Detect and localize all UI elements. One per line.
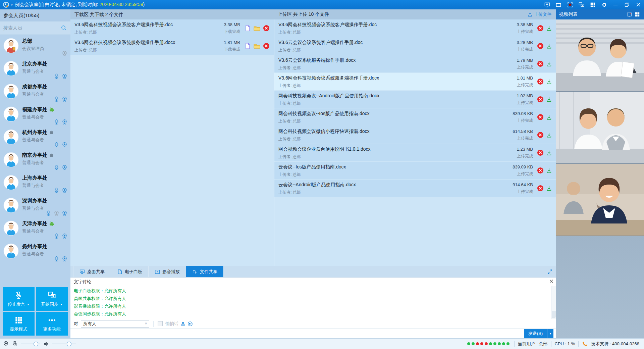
search-input[interactable]: 搜索人员 — [3, 25, 61, 31]
tab-media-play[interactable]: 影音播放 — [149, 266, 186, 277]
download-icon[interactable] — [546, 43, 552, 49]
mic-icon[interactable] — [53, 187, 60, 194]
mic-icon[interactable] — [53, 256, 60, 262]
recipient-select[interactable]: 所有人˅ — [81, 320, 149, 328]
tab-desktop-share[interactable]: 桌面共享 — [73, 266, 111, 277]
send-dropdown-arrow[interactable]: ▼ — [547, 329, 553, 338]
mic-icon[interactable] — [45, 210, 52, 216]
mic-icon[interactable] — [53, 164, 60, 171]
camera-icon[interactable] — [61, 164, 68, 171]
delete-icon[interactable] — [537, 60, 544, 67]
download-icon[interactable] — [546, 25, 552, 31]
open-folder-icon[interactable] — [253, 43, 261, 49]
camera-icon[interactable] — [61, 256, 68, 262]
chat-scrollbar[interactable] — [551, 286, 556, 319]
camera-grey-icon[interactable] — [61, 50, 68, 57]
tab-whiteboard[interactable]: 电子白板 — [111, 266, 149, 277]
participant-row[interactable]: 福建办事处 普通与会者 — [0, 103, 70, 126]
chat-close-icon[interactable] — [549, 279, 553, 283]
open-file-icon[interactable] — [244, 25, 251, 32]
mic-icon[interactable] — [53, 142, 60, 148]
expand-icon[interactable] — [547, 266, 556, 277]
upload-file-row[interactable]: V3.6网会科技视频会议系统服务端操作手册.docx 上传者: 总部 1.81 … — [274, 73, 556, 91]
sync-icon[interactable] — [576, 0, 587, 9]
download-icon[interactable] — [546, 79, 552, 85]
camera-icon[interactable] — [61, 96, 68, 102]
emoji-icon[interactable] — [187, 321, 193, 327]
search-icon[interactable] — [61, 25, 67, 31]
participant-row[interactable]: 深圳办事处 普通与会者 — [0, 195, 70, 217]
camera-icon[interactable] — [61, 187, 68, 194]
mic-volume-slider[interactable] — [21, 342, 40, 346]
upload-file-row[interactable]: 云会议--Ios版产品使用指南.docx 上传者: 总部 839.09 KB 上… — [274, 162, 556, 180]
participant-row[interactable]: 南京办事处 普通与会者 — [0, 149, 70, 172]
delete-icon[interactable] — [263, 25, 270, 32]
delete-icon[interactable] — [537, 167, 544, 174]
upload-file-row[interactable]: 网会视频会议企业后台使用说明书1.0.1.docx 上传者: 总部 1.23 M… — [274, 144, 556, 162]
title-chevron-icon[interactable]: ˅ — [11, 3, 13, 7]
upload-file-row[interactable]: V3.6云会议系统服务端操作手册.docx 上传者: 总部 1.79 MB 上传… — [274, 55, 556, 73]
stop-speaking-button[interactable]: 停止发言▼ — [3, 287, 35, 311]
download-icon[interactable] — [546, 150, 552, 156]
camera-icon[interactable] — [61, 210, 68, 216]
more-functions-button[interactable]: 更多功能 — [36, 312, 68, 336]
delete-icon[interactable] — [537, 114, 544, 120]
upload-file-button[interactable]: 上传文件 — [527, 11, 551, 17]
send-button[interactable]: 发送(S) ▼ — [524, 329, 553, 338]
download-file-row[interactable]: V3.6网会科技视频会议系统服务端操作手册.docx 上传者: 总部 1.81 … — [70, 37, 274, 55]
display-mode-button[interactable]: 显示模式 — [3, 312, 35, 336]
participant-row[interactable]: 总部 会议管理员 — [0, 35, 70, 58]
mic-icon[interactable] — [53, 96, 60, 102]
tab-file-share[interactable]: 文件共享 — [186, 266, 224, 277]
upload-file-row[interactable]: V3.6云会议会议系统客户端操作手册.doc 上传者: 总部 3.28 MB 上… — [274, 37, 556, 55]
font-button[interactable]: A — [181, 321, 185, 326]
window-mode-icon[interactable] — [553, 0, 564, 9]
search-box[interactable]: 搜索人员 — [0, 21, 70, 35]
chat-scrollbar-thumb[interactable] — [552, 311, 555, 317]
download-icon[interactable] — [546, 167, 552, 173]
mic-icon[interactable] — [53, 73, 60, 80]
delete-icon[interactable] — [537, 78, 544, 85]
open-folder-icon[interactable] — [253, 25, 261, 32]
video-thumbnail[interactable] — [556, 92, 644, 164]
participant-row[interactable]: 北京办事处 普通与会者 — [0, 58, 70, 81]
delete-icon[interactable] — [537, 149, 544, 156]
download-icon[interactable] — [546, 132, 552, 138]
speaker-icon[interactable] — [43, 341, 49, 347]
participant-row[interactable]: 天津办事处 普通与会者 — [0, 217, 70, 240]
download-icon[interactable] — [546, 61, 552, 67]
display-grid-icon[interactable] — [587, 0, 598, 9]
delete-icon[interactable] — [537, 132, 544, 138]
upload-file-row[interactable]: 网会科技视频会议微信小程序快速指南.docx 上传者: 总部 614.58 KB… — [274, 126, 556, 144]
participant-row[interactable]: 上海办事处 普通与会者 — [0, 172, 70, 195]
screen-share-icon[interactable] — [541, 0, 553, 9]
webcam-status-icon[interactable] — [3, 341, 9, 347]
start-sync-button[interactable]: 开始同步▼ — [36, 287, 68, 311]
camera-icon[interactable] — [61, 142, 68, 148]
video-layout-icon[interactable] — [633, 12, 641, 17]
camera-grey-icon[interactable] — [53, 210, 60, 216]
settings-gear-icon[interactable] — [598, 0, 610, 9]
minimize-icon[interactable] — [610, 0, 621, 9]
delete-icon[interactable] — [537, 43, 544, 49]
video-thumbnail[interactable] — [556, 19, 644, 92]
download-icon[interactable] — [546, 114, 552, 120]
open-file-icon[interactable] — [244, 43, 251, 49]
video-thumbnail[interactable] — [556, 164, 644, 236]
delete-icon[interactable] — [537, 96, 544, 103]
record-icon[interactable] — [564, 0, 576, 9]
delete-icon[interactable] — [263, 43, 270, 49]
download-icon[interactable] — [546, 96, 552, 102]
camera-icon[interactable] — [61, 119, 68, 125]
upload-file-row[interactable]: V3.6网会科技视频会议系统客户端操作手册.doc 上传者: 总部 3.38 M… — [274, 19, 556, 37]
participant-row[interactable]: 杭州办事处 普通与会者 — [0, 126, 70, 149]
upload-file-row[interactable]: 网会科技视频会议--Ios版产品使用指南.docx 上传者: 总部 839.08… — [274, 108, 556, 126]
maximize-icon[interactable] — [621, 0, 633, 9]
whisper-checkbox[interactable] — [158, 321, 163, 326]
speaker-volume-slider[interactable] — [52, 342, 76, 346]
download-file-row[interactable]: V3.6网会科技视频会议系统客户端操作手册.doc 上传者: 总部 3.38 M… — [70, 19, 274, 37]
delete-icon[interactable] — [537, 25, 544, 32]
upload-file-row[interactable]: 云会议--Android版产品使用指南.docx 上传者: 总部 914.64 … — [274, 180, 556, 197]
participant-row[interactable]: 成都办事处 普通与会者 — [0, 81, 70, 103]
delete-icon[interactable] — [537, 185, 544, 192]
